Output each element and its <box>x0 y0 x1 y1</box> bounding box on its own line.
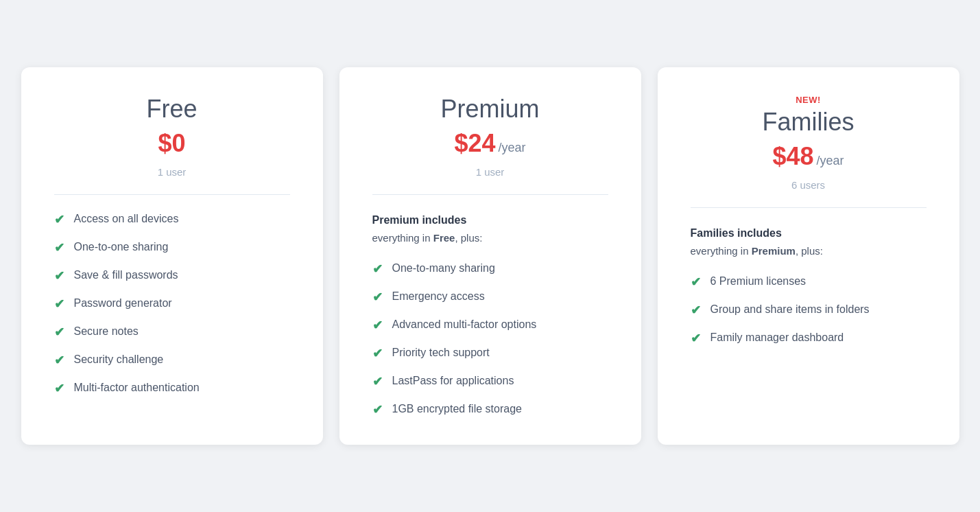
free-plan-card: Free $0 1 user ✔ Access on all devices ✔… <box>21 67 323 444</box>
check-icon: ✔ <box>372 346 383 361</box>
new-badge: NEW! <box>691 95 927 105</box>
list-item: ✔ Group and share items in folders <box>691 302 927 318</box>
check-icon: ✔ <box>691 331 701 346</box>
list-item: ✔ 6 Premium licenses <box>691 274 927 290</box>
list-item: ✔ Emergency access <box>372 289 608 305</box>
families-feature-list: ✔ 6 Premium licenses ✔ Group and share i… <box>691 274 927 346</box>
premium-plan-card: Premium $24 /year 1 user Premium include… <box>339 67 641 444</box>
premium-plan-name: Premium <box>372 95 608 124</box>
feature-text: One-to-many sharing <box>392 261 495 276</box>
premium-plan-users: 1 user <box>372 166 608 178</box>
feature-text: Emergency access <box>392 289 485 304</box>
list-item: ✔ Multi-factor authentication <box>54 380 290 396</box>
check-icon: ✔ <box>54 268 64 283</box>
free-price-amount: $0 <box>158 129 185 158</box>
families-includes-text: Families includes everything in Premium,… <box>691 224 927 259</box>
check-icon: ✔ <box>372 261 383 277</box>
feature-text: LastPass for applications <box>392 373 514 388</box>
free-card-header: Free $0 1 user <box>54 95 290 178</box>
feature-text: Password generator <box>74 296 172 311</box>
families-plan-price: $48 /year <box>691 142 927 171</box>
feature-text: Save & fill passwords <box>74 268 178 283</box>
list-item: ✔ Save & fill passwords <box>54 268 290 283</box>
families-card-header: NEW! Families $48 /year 6 users <box>691 95 927 191</box>
check-icon: ✔ <box>691 275 701 290</box>
list-item: ✔ One-to-many sharing <box>372 261 608 277</box>
families-includes-header: Families includes <box>691 227 782 239</box>
check-icon: ✔ <box>54 353 64 368</box>
feature-text: Group and share items in folders <box>710 302 870 317</box>
premium-card-header: Premium $24 /year 1 user <box>372 95 608 178</box>
check-icon: ✔ <box>372 402 383 417</box>
check-icon: ✔ <box>54 240 64 255</box>
premium-feature-list: ✔ One-to-many sharing ✔ Emergency access… <box>372 261 608 417</box>
feature-text: 6 Premium licenses <box>710 274 806 289</box>
list-item: ✔ Access on all devices <box>54 211 290 227</box>
families-plan-name: Families <box>691 108 927 137</box>
feature-text: Family manager dashboard <box>710 330 844 345</box>
premium-includes-text: Premium includes everything in Free, plu… <box>372 211 608 246</box>
feature-text: Secure notes <box>74 324 139 339</box>
feature-text: Multi-factor authentication <box>74 380 200 395</box>
feature-text: Access on all devices <box>74 211 179 226</box>
pricing-container: Free $0 1 user ✔ Access on all devices ✔… <box>17 67 964 444</box>
check-icon: ✔ <box>54 381 64 396</box>
premium-divider <box>372 194 608 195</box>
premium-price-period: /year <box>499 141 526 155</box>
premium-price-amount: $24 <box>454 129 495 158</box>
list-item: ✔ 1GB encrypted file storage <box>372 402 608 417</box>
free-plan-users: 1 user <box>54 166 290 178</box>
free-plan-price: $0 <box>54 129 290 158</box>
free-feature-list: ✔ Access on all devices ✔ One-to-one sha… <box>54 211 290 396</box>
list-item: ✔ One-to-one sharing <box>54 240 290 255</box>
free-plan-name: Free <box>54 95 290 124</box>
families-plan-users: 6 users <box>691 179 927 191</box>
feature-text: Security challenge <box>74 352 164 367</box>
list-item: ✔ Password generator <box>54 296 290 312</box>
list-item: ✔ Advanced multi-factor options <box>372 317 608 333</box>
families-includes-sub: everything in Premium, plus: <box>691 245 823 257</box>
check-icon: ✔ <box>372 318 383 333</box>
families-plan-card: NEW! Families $48 /year 6 users Families… <box>658 67 959 444</box>
list-item: ✔ LastPass for applications <box>372 373 608 389</box>
feature-text: Priority tech support <box>392 345 490 360</box>
feature-text: One-to-one sharing <box>74 240 169 255</box>
families-divider <box>691 207 927 208</box>
premium-includes-sub: everything in Free, plus: <box>372 232 483 244</box>
list-item: ✔ Secure notes <box>54 324 290 340</box>
feature-text: Advanced multi-factor options <box>392 317 537 332</box>
families-price-amount: $48 <box>772 142 813 171</box>
list-item: ✔ Family manager dashboard <box>691 330 927 346</box>
feature-text: 1GB encrypted file storage <box>392 402 522 417</box>
check-icon: ✔ <box>372 374 383 389</box>
check-icon: ✔ <box>691 303 701 318</box>
check-icon: ✔ <box>54 212 64 227</box>
check-icon: ✔ <box>54 296 64 312</box>
premium-plan-price: $24 /year <box>372 129 608 158</box>
free-divider <box>54 194 290 195</box>
list-item: ✔ Priority tech support <box>372 345 608 361</box>
list-item: ✔ Security challenge <box>54 352 290 368</box>
families-price-period: /year <box>817 154 844 168</box>
check-icon: ✔ <box>54 325 64 340</box>
premium-includes-header: Premium includes <box>372 214 467 226</box>
check-icon: ✔ <box>372 290 383 305</box>
